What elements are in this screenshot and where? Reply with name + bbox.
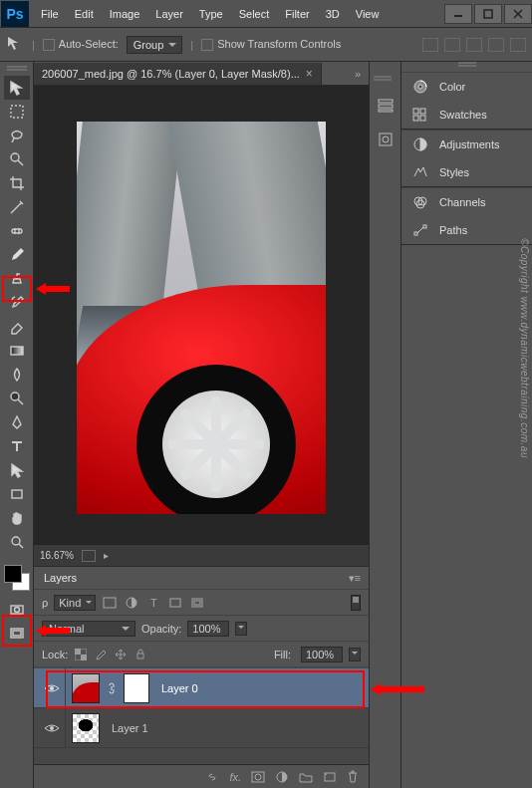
- layers-panel-menu-icon[interactable]: ▾≡: [341, 572, 369, 585]
- layer-visibility-toggle[interactable]: [38, 708, 66, 747]
- properties-panel-icon[interactable]: [373, 126, 399, 153]
- gradient-tool[interactable]: [4, 339, 30, 363]
- quick-mask-toggle[interactable]: [4, 598, 30, 622]
- panel-label: Channels: [439, 196, 485, 208]
- show-transform-checkbox[interactable]: Show Transform Controls: [201, 38, 341, 51]
- clone-stamp-tool[interactable]: [4, 267, 30, 291]
- window-close-button[interactable]: [504, 4, 532, 24]
- eyedropper-tool[interactable]: [4, 195, 30, 219]
- group-layers-icon[interactable]: [299, 771, 313, 783]
- eraser-tool[interactable]: [4, 315, 30, 339]
- layer-mask-link-icon[interactable]: [106, 681, 118, 695]
- layer-row-0[interactable]: Layer 0: [34, 668, 369, 708]
- menu-image[interactable]: Image: [102, 8, 148, 20]
- healing-brush-tool[interactable]: [4, 219, 30, 243]
- color-panel-row[interactable]: Color: [401, 73, 532, 101]
- layer-thumbnail[interactable]: [72, 713, 100, 743]
- zoom-level[interactable]: 16.67%: [40, 550, 74, 561]
- layers-panel-tab[interactable]: Layers: [34, 569, 87, 588]
- filter-pixel-icon[interactable]: [102, 596, 118, 610]
- adjustment-layer-icon[interactable]: [275, 770, 289, 784]
- svg-point-40: [383, 136, 389, 142]
- menu-file[interactable]: File: [33, 8, 67, 20]
- menu-edit[interactable]: Edit: [67, 8, 102, 20]
- layer-name[interactable]: Layer 0: [161, 682, 198, 694]
- filter-type-icon[interactable]: T: [145, 596, 161, 610]
- filter-kind-dropdown[interactable]: Kind: [54, 595, 96, 611]
- quick-select-tool[interactable]: [4, 147, 30, 171]
- strip-grip[interactable]: [374, 68, 398, 86]
- move-tool[interactable]: [4, 76, 30, 100]
- menu-select[interactable]: Select: [231, 8, 278, 20]
- history-brush-tool[interactable]: [4, 291, 30, 315]
- layer-thumbnail[interactable]: [72, 673, 100, 703]
- auto-select-label: Auto-Select:: [59, 38, 119, 50]
- channels-panel-row[interactable]: Channels: [401, 188, 532, 216]
- screen-mode-toggle[interactable]: [4, 622, 30, 646]
- opacity-dropdown-arrow[interactable]: [235, 622, 247, 636]
- fill-dropdown-arrow[interactable]: [349, 648, 361, 661]
- history-panel-icon[interactable]: [373, 92, 399, 120]
- layer-visibility-toggle[interactable]: [38, 668, 66, 707]
- auto-select-target-dropdown[interactable]: Group: [127, 36, 183, 54]
- rectangle-tool[interactable]: [4, 482, 30, 506]
- menu-type[interactable]: Type: [191, 8, 231, 20]
- dodge-tool[interactable]: [4, 387, 30, 410]
- marquee-tool[interactable]: [4, 100, 30, 124]
- filter-adjust-icon[interactable]: [124, 596, 139, 610]
- opacity-field[interactable]: 100%: [187, 621, 229, 637]
- paths-panel-row[interactable]: Paths: [401, 216, 532, 244]
- brush-tool[interactable]: [4, 243, 30, 267]
- lasso-tool[interactable]: [4, 124, 30, 147]
- path-select-tool[interactable]: [4, 458, 30, 482]
- layer-mask-icon[interactable]: [251, 771, 265, 783]
- document-tab[interactable]: 206007_med.jpg @ 16.7% (Layer 0, Layer M…: [34, 63, 322, 85]
- new-layer-icon[interactable]: [323, 771, 337, 783]
- styles-panel-row[interactable]: Styles: [401, 158, 532, 186]
- lock-all-icon[interactable]: [133, 648, 147, 661]
- lock-position-icon[interactable]: [114, 648, 128, 661]
- fill-field[interactable]: 100%: [301, 647, 343, 662]
- status-menu-arrow[interactable]: ▸: [104, 550, 109, 561]
- canvas-area[interactable]: [34, 86, 369, 544]
- window-minimize-button[interactable]: [444, 4, 472, 24]
- layer-mask-thumbnail[interactable]: [124, 673, 149, 703]
- close-tab-icon[interactable]: ×: [306, 67, 313, 81]
- type-tool[interactable]: [4, 434, 30, 458]
- link-layers-icon[interactable]: [205, 770, 219, 784]
- foreground-background-colors[interactable]: [3, 564, 31, 592]
- crop-tool[interactable]: [4, 171, 30, 195]
- hand-tool[interactable]: [4, 506, 30, 530]
- filter-shape-icon[interactable]: [167, 596, 183, 610]
- layer-fx-icon[interactable]: fx.: [229, 771, 241, 783]
- layer-name[interactable]: Layer 1: [112, 722, 148, 734]
- svg-rect-1: [484, 10, 492, 18]
- window-maximize-button[interactable]: [474, 4, 502, 24]
- auto-select-checkbox[interactable]: Auto-Select:: [43, 38, 119, 51]
- lock-transparent-icon[interactable]: [74, 648, 88, 661]
- lock-pixels-icon[interactable]: [94, 648, 108, 661]
- tools-grip[interactable]: [3, 66, 31, 74]
- delete-layer-icon[interactable]: [347, 770, 359, 784]
- svg-rect-47: [413, 116, 418, 121]
- status-bar: 16.67% ▸: [34, 544, 369, 566]
- foreground-color-swatch[interactable]: [4, 565, 22, 583]
- menu-view[interactable]: View: [348, 8, 388, 20]
- swatches-panel-row[interactable]: Swatches: [401, 101, 532, 129]
- panels-grip[interactable]: [401, 62, 532, 72]
- blend-mode-dropdown[interactable]: Normal: [42, 621, 135, 637]
- document-info-icon[interactable]: [82, 550, 96, 562]
- blur-tool[interactable]: [4, 363, 30, 387]
- pen-tool[interactable]: [4, 410, 30, 434]
- filter-toggle[interactable]: [351, 595, 361, 611]
- adjustments-panel-row[interactable]: Adjustments: [401, 131, 532, 158]
- filter-smart-icon[interactable]: [189, 596, 205, 610]
- menu-3d[interactable]: 3D: [318, 8, 348, 20]
- document-canvas[interactable]: [77, 122, 326, 514]
- layer-row-1[interactable]: Layer 1: [34, 708, 369, 748]
- tab-overflow-button[interactable]: »: [347, 68, 369, 80]
- menu-layer[interactable]: Layer: [147, 8, 191, 20]
- svg-point-12: [11, 393, 19, 400]
- menu-filter[interactable]: Filter: [277, 8, 317, 20]
- zoom-tool[interactable]: [4, 530, 30, 554]
